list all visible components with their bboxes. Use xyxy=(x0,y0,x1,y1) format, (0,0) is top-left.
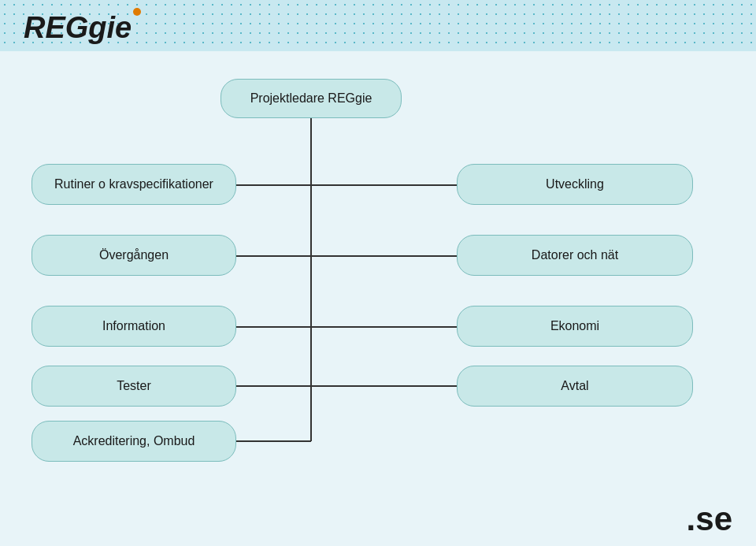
node-projektledare: Projektledare REGgie xyxy=(220,79,402,118)
node-ekonomi: Ekonomi xyxy=(457,306,693,347)
node-ackreditering: Ackreditering, Ombud xyxy=(32,421,236,462)
node-avtal: Avtal xyxy=(457,366,693,407)
logo-text: REGgie xyxy=(24,11,132,44)
node-tester: Tester xyxy=(32,366,236,407)
node-rutiner: Rutiner o kravspecifikationer xyxy=(32,164,236,205)
connector-lines xyxy=(0,55,756,544)
logo-dot xyxy=(133,8,141,16)
se-badge: .se xyxy=(687,500,732,538)
node-overgangen: Övergången xyxy=(32,235,236,276)
logo: REGgie xyxy=(24,8,141,45)
node-information: Information xyxy=(32,306,236,347)
node-datorer: Datorer och nät xyxy=(457,235,693,276)
chart-area: Projektledare REGgie Rutiner o kravspeci… xyxy=(0,55,756,544)
node-utveckling: Utveckling xyxy=(457,164,693,205)
